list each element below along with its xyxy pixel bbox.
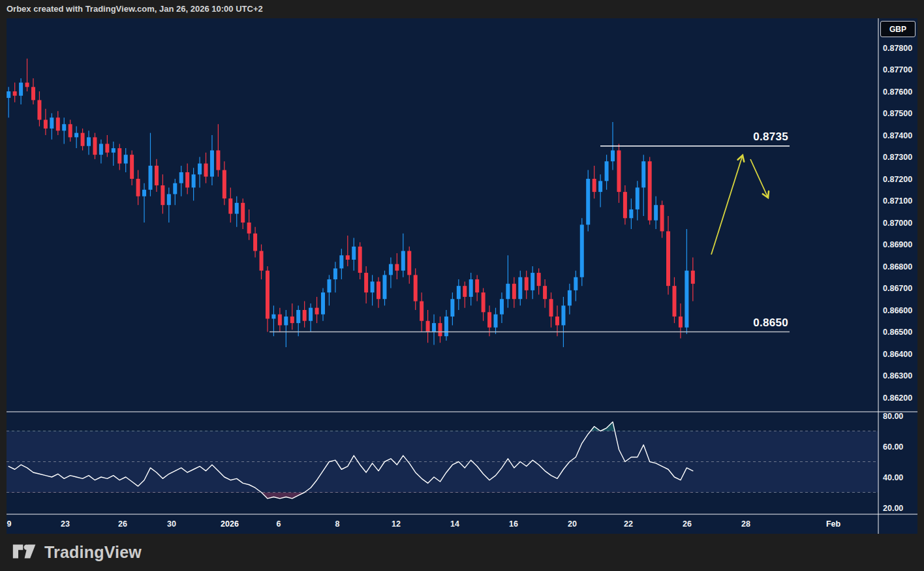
candle [672, 277, 676, 323]
candle [173, 179, 177, 205]
candle [346, 236, 350, 266]
price-tick-label: 0.86200 [883, 394, 912, 403]
symbol-badge[interactable]: GBP [880, 21, 916, 37]
candle [56, 111, 60, 135]
candle [99, 140, 103, 164]
candle [69, 120, 72, 142]
candle [475, 275, 479, 301]
price-tick-label: 0.86700 [883, 284, 912, 293]
time-tick-label: 26 [683, 519, 692, 529]
candle [284, 310, 288, 347]
candle [210, 135, 214, 185]
time-tick-label: 2026 [221, 519, 239, 529]
projection-arrow-up[interactable] [711, 155, 743, 255]
candle [463, 281, 467, 307]
candle [401, 234, 405, 277]
candle [469, 273, 473, 305]
time-tick-label: 28 [741, 519, 750, 529]
candle [506, 255, 510, 307]
candle [142, 183, 146, 223]
projection-arrow-down[interactable] [750, 159, 768, 198]
candle [333, 262, 337, 292]
candle [500, 292, 504, 323]
candle [260, 245, 264, 280]
candle [426, 310, 430, 343]
tradingview-logo-icon[interactable] [12, 541, 38, 564]
candle [19, 78, 23, 104]
chart-panel: 0.87350.86500.878000.877000.876000.87500… [7, 18, 917, 534]
candle [87, 131, 91, 155]
price-tick-label: 0.86900 [883, 240, 912, 249]
candle [586, 170, 590, 232]
candle [290, 303, 294, 330]
rsi-band [7, 431, 878, 493]
candle [81, 129, 85, 151]
candle [648, 157, 652, 225]
time-scale[interactable]: 923263020266812141620222628Feb [7, 519, 841, 529]
time-tick-label: 23 [61, 519, 70, 529]
price-tick-label: 0.86500 [883, 328, 912, 337]
candle [223, 161, 226, 205]
candle [112, 142, 116, 166]
candle [327, 275, 331, 305]
candlestick-series [7, 59, 695, 347]
candle [691, 258, 695, 301]
candle [241, 198, 245, 229]
price-tick-label: 0.87200 [883, 175, 912, 184]
candle [395, 253, 399, 279]
candle [148, 133, 152, 196]
candle [228, 187, 232, 223]
tradingview-logo-text[interactable]: TradingView [44, 543, 142, 562]
candle [364, 266, 368, 303]
candle [438, 316, 442, 343]
support-price-label[interactable]: 0.8650 [753, 316, 788, 329]
candle [235, 196, 239, 227]
candle [377, 277, 380, 308]
time-tick-label: 12 [392, 519, 401, 529]
candle [37, 91, 41, 127]
candle [105, 135, 109, 157]
candle [414, 268, 418, 310]
price-tick-label: 0.87300 [883, 153, 912, 162]
price-scale[interactable]: 0.878000.877000.876000.875000.874000.873… [883, 44, 912, 513]
candle [62, 117, 66, 144]
price-tick-label: 0.86400 [883, 350, 912, 359]
candle [494, 308, 498, 334]
price-tick-label: 0.87400 [883, 131, 912, 140]
time-tick-label: 9 [7, 519, 12, 529]
candle [525, 271, 529, 300]
price-tick-label: 0.86300 [883, 371, 912, 380]
time-tick-label: 6 [277, 519, 281, 529]
candle [654, 196, 658, 229]
candle [457, 279, 461, 310]
watermark-text: Orbex created with TradingView.com, Jan … [7, 4, 263, 14]
time-tick-label: 14 [450, 519, 459, 529]
candle [7, 87, 10, 117]
candle [580, 218, 584, 286]
candle [167, 187, 171, 223]
price-tick-label: 0.87500 [883, 109, 912, 118]
rsi-tick-label: 80.00 [883, 412, 903, 421]
candle [623, 185, 627, 224]
candle [420, 292, 424, 332]
candle [198, 157, 202, 188]
candle [13, 83, 17, 102]
candle [641, 155, 645, 216]
candle [561, 297, 565, 347]
candle [371, 275, 375, 305]
candle [629, 198, 633, 229]
candle [543, 279, 547, 308]
price-tick-label: 0.86600 [883, 306, 912, 315]
candle [278, 308, 282, 332]
resistance-price-label[interactable]: 0.8735 [753, 131, 788, 143]
candle [358, 242, 362, 279]
candle [450, 292, 454, 325]
candle [352, 238, 356, 270]
candle [161, 174, 164, 213]
time-tick-label: 26 [118, 519, 127, 529]
candle [179, 166, 183, 196]
candle [192, 168, 196, 200]
candle [666, 216, 670, 295]
candle [382, 271, 386, 306]
candle [593, 166, 596, 198]
